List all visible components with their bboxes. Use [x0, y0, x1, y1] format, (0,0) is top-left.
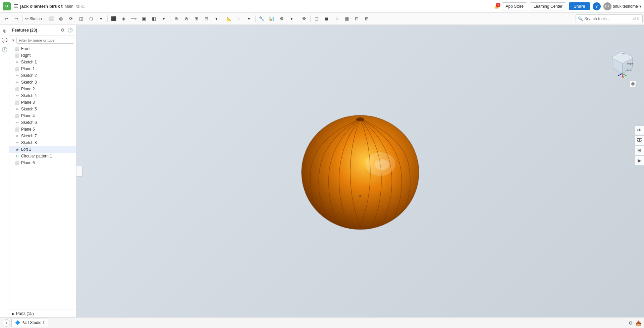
notif-badge: 1	[496, 3, 500, 7]
user-menu[interactable]: BT biruk teshome ▾	[603, 2, 641, 10]
feature-item[interactable]: ⬜Front	[9, 45, 76, 52]
bookmark-icon[interactable]: 🏷	[81, 4, 86, 9]
shell-button[interactable]: ▣	[139, 14, 149, 24]
mirror-button[interactable]: ⊞	[192, 14, 201, 24]
boolean-button[interactable]: ⊕	[172, 14, 181, 24]
appearance-button[interactable]: 👁	[635, 126, 644, 135]
tab-label: Part Studio 1	[21, 320, 45, 325]
cursor-tool-button[interactable]: ⊕	[1, 27, 9, 35]
section-button[interactable]: ⊞	[635, 146, 644, 155]
loft-button[interactable]: ◈	[119, 14, 128, 24]
sketch-button[interactable]: ✏ Sketch	[24, 14, 43, 24]
feature-item[interactable]: ⬜Plane 1	[9, 65, 76, 72]
sidebar-collapse-button[interactable]: ☰	[76, 166, 83, 177]
feature-name: Right	[21, 53, 31, 58]
history-button[interactable]: 🕐	[1, 46, 9, 54]
feature-name: Plane 5	[21, 127, 35, 132]
search-tools-input[interactable]	[584, 16, 631, 21]
display-mode-button[interactable]: ▾	[629, 80, 637, 89]
tb-more-2[interactable]: ▾	[159, 14, 169, 24]
transform-button[interactable]: ↔	[234, 14, 244, 24]
tb-extra-6[interactable]: ⊞	[362, 14, 372, 24]
bottombar-right: ⚙ 📤	[629, 320, 641, 326]
plane-button[interactable]: ⬛	[109, 14, 118, 24]
render-button[interactable]: 🖼	[635, 136, 644, 145]
new-sketch-button[interactable]: ⬜	[46, 14, 56, 24]
feature-item[interactable]: ⬜Plane 6	[9, 159, 76, 166]
user-avatar: BT	[603, 2, 611, 10]
notifications-button[interactable]: 🔔 1	[494, 4, 499, 9]
feature-item[interactable]: ✏Sketch 1	[9, 59, 76, 65]
share-button[interactable]: Share	[569, 2, 590, 10]
svg-text:Front: Front	[627, 69, 632, 72]
toolbar-separator-5	[223, 15, 223, 22]
tb-extra-1[interactable]: ◻	[312, 14, 321, 24]
help-button[interactable]: ?	[593, 2, 601, 10]
plane-icon: ⬜	[15, 66, 19, 71]
doc-branch: Main	[65, 4, 73, 9]
feature-item[interactable]: ✏Sketch 6	[9, 119, 76, 126]
hamburger-menu[interactable]: ☰	[13, 3, 18, 9]
copy-icon[interactable]: ⧉	[76, 3, 79, 9]
tb-extra-5[interactable]: ⊡	[352, 14, 362, 24]
sketch-icon: ✏	[15, 80, 19, 85]
learning-center-button[interactable]: Learning Center	[530, 2, 566, 10]
3d-model	[290, 100, 431, 242]
redo-button[interactable]: ↪	[11, 14, 21, 24]
feature-item[interactable]: ⬜Right	[9, 52, 76, 59]
bottom-settings-button[interactable]: ⚙	[629, 320, 633, 326]
feature-item[interactable]: ✏Sketch 7	[9, 133, 76, 139]
feature-item[interactable]: ✏Sketch 4	[9, 92, 76, 99]
plane-icon: ⬜	[15, 53, 19, 58]
revolve-button[interactable]: ◎	[56, 14, 66, 24]
feature-item[interactable]: ✏Sketch 5	[9, 106, 76, 112]
feature-item[interactable]: ↻Circular pattern 1	[9, 153, 76, 159]
feature-item[interactable]: ⬜Plane 3	[9, 99, 76, 106]
sidebar-history-button[interactable]: 🕐	[67, 27, 73, 33]
sweep-button[interactable]: ⟿	[129, 14, 139, 24]
parts-section[interactable]: ▶ Parts (15)	[9, 310, 76, 317]
view-cube[interactable]: Top Right Front X	[607, 48, 637, 79]
tb-extra-3[interactable]: ◽	[332, 14, 341, 24]
part-studio-tab[interactable]: 🔷 Part Studio 1	[11, 319, 48, 327]
sketch-icon: ✏	[15, 107, 19, 111]
app-store-button[interactable]: App Store	[502, 2, 527, 10]
feature-item[interactable]: ⬜Plane 2	[9, 86, 76, 92]
tb-extra-2[interactable]: ◼	[322, 14, 331, 24]
viewport-background: Top Right Front X ▾ 👁 🖼 ⊞ ▶	[76, 25, 644, 317]
utility-button[interactable]: ⚙	[277, 14, 286, 24]
tb-more-5[interactable]: ▾	[287, 14, 297, 24]
feature-item[interactable]: ⬜Plane 4	[9, 112, 76, 119]
fillet-button[interactable]: ◫	[76, 14, 86, 24]
draft-button[interactable]: ◧	[149, 14, 159, 24]
move-button[interactable]: ✥	[300, 14, 309, 24]
svg-point-6	[356, 117, 364, 121]
tb-more-4[interactable]: ▾	[245, 14, 254, 24]
plane-icon: ⬜	[15, 46, 19, 51]
extrude-button[interactable]: ⟳	[66, 14, 76, 24]
measure-button[interactable]: 📐	[224, 14, 234, 24]
feature-item[interactable]: ⬜Plane 5	[9, 126, 76, 133]
tb-extra-4[interactable]: ▦	[342, 14, 352, 24]
chamfer-button[interactable]: ⬡	[87, 14, 96, 24]
tb-more-3[interactable]: ▾	[212, 14, 221, 24]
add-tab-button[interactable]: +	[3, 319, 10, 327]
pattern-button[interactable]: ⊟	[202, 14, 211, 24]
split-button[interactable]: ⊗	[182, 14, 191, 24]
tb-more-1[interactable]: ▾	[97, 14, 106, 24]
feature-item[interactable]: ◈Loft 1	[9, 146, 76, 153]
feature-item[interactable]: ✏Sketch 2	[9, 72, 76, 79]
filter-input[interactable]	[16, 37, 74, 44]
undo-button[interactable]: ↩	[1, 14, 11, 24]
assembly-button[interactable]: 🔧	[257, 14, 266, 24]
canvas-area[interactable]: Top Right Front X ▾ 👁 🖼 ⊞ ▶	[76, 25, 644, 317]
bottom-export-button[interactable]: 📤	[636, 320, 641, 326]
sidebar-config-button[interactable]: ⚙	[60, 27, 65, 33]
main-area: ⊕ 💬 🕐 Features (23) ⚙ 🕐 ▼ ⬜Front⬜Right✏S…	[0, 25, 644, 317]
animation-button[interactable]: ▶	[635, 156, 644, 165]
feature-item[interactable]: ✏Sketch 3	[9, 79, 76, 86]
svg-text:Top: Top	[621, 52, 625, 55]
comment-button[interactable]: 💬	[1, 36, 9, 44]
analysis-button[interactable]: 📊	[267, 14, 276, 24]
feature-item[interactable]: ✏Sketch 8	[9, 139, 76, 146]
